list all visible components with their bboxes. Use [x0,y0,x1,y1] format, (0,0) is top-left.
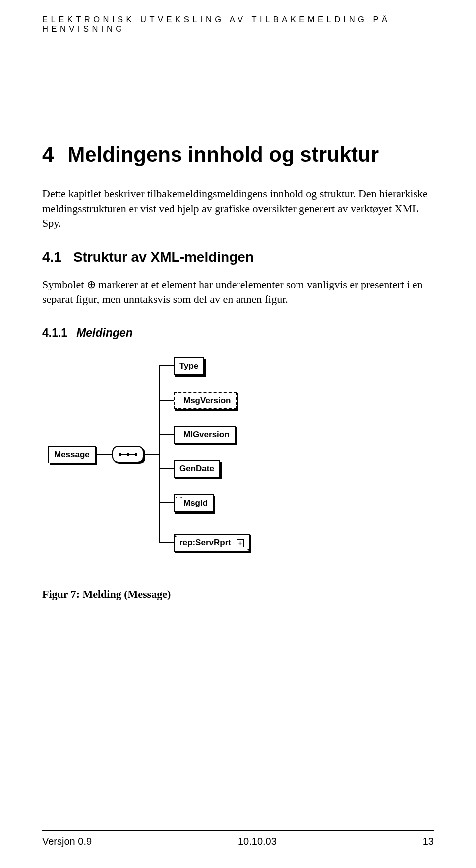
connector-line [97,454,112,455]
occurrence-marker-icon: - - [176,392,183,397]
section-heading: 4.1Struktur av XML-meldingen [42,249,434,265]
schema-child-label: GenDate [179,464,214,473]
subsection-title-text: Meldingen [76,326,133,339]
xml-schema-diagram: Message Type - - MsgVersion - - MIGversi… [48,357,434,558]
schema-root-label: Message [54,450,90,459]
circle-plus-icon: ⊕ [87,278,96,290]
schema-child-label: Type [179,361,198,371]
subsection-number: 4.1.1 [42,326,67,340]
reference-arrow-icon [247,549,250,552]
schema-child-element: - - MsgVersion [174,392,237,409]
connector-line [159,468,174,469]
schema-child-element: - - MsgId [174,494,214,512]
footer-page-number: 13 [423,836,434,847]
connector-line [159,365,174,366]
schema-child-label: MsgVersion [179,396,231,405]
chapter-title-text: Meldingens innhold og struktur [67,143,379,166]
chapter-heading: 4Meldingens innhold og struktur [42,143,434,167]
schema-child-label: MsgId [179,498,208,508]
expand-icon: + [237,539,244,547]
para-before-symbol: Symbolet [42,278,87,290]
reference-arrow-icon [174,534,177,537]
schema-root-element: Message [48,446,96,463]
section-paragraph: Symbolet ⊕ markerer at et element har un… [42,277,434,306]
connector-line [159,400,174,401]
chapter-number: 4 [42,143,54,167]
connector-line [159,502,174,503]
schema-child-element: - - MIGversion [174,426,236,444]
footer-version: Versjon 0.9 [42,836,92,847]
section-title-text: Struktur av XML-meldingen [73,249,254,265]
chapter-intro-paragraph: Dette kapitlet beskriver tilbakemeldings… [42,186,434,231]
page-footer: Versjon 0.9 10.10.03 13 [42,830,434,847]
sequence-compositor-icon [112,446,144,463]
schema-child-label: rep:ServRprt [179,538,231,547]
para-after-symbol: markerer at et element har underelemente… [42,278,423,305]
connector-line [159,434,174,435]
schema-child-element: GenDate [174,460,220,478]
schema-child-label: MIGversion [179,430,230,439]
running-header: ELEKTRONISK UTVEKSLING AV TILBAKEMELDING… [42,15,434,34]
schema-child-element: Type [174,357,204,375]
connector-line [159,365,160,543]
schema-child-element: rep:ServRprt + [174,534,250,552]
occurrence-marker-icon: - - [176,494,183,500]
footer-date: 10.10.03 [238,836,277,847]
section-number: 4.1 [42,249,61,265]
subsection-heading: 4.1.1Meldingen [42,326,434,340]
footer-divider [42,830,434,831]
connector-line [145,454,159,455]
figure-caption: Figur 7: Melding (Message) [42,588,434,601]
occurrence-marker-icon: - - [176,426,183,431]
connector-line [159,542,174,543]
